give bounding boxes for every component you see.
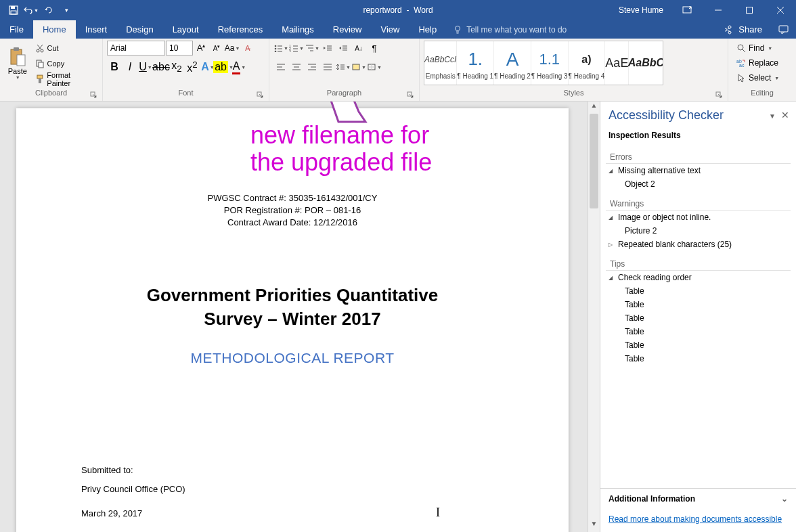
vertical-scrollbar[interactable]: ▲ ▼ — [588, 102, 600, 532]
clipboard-launcher[interactable] — [90, 91, 98, 99]
pane-help-link[interactable]: Read more about making documents accessi… — [600, 509, 796, 532]
minimize-button[interactable] — [703, 0, 734, 20]
error-object2[interactable]: Object 2 — [606, 177, 791, 191]
share-button[interactable]: Share — [715, 20, 772, 39]
font-launcher[interactable] — [257, 91, 265, 99]
align-right-button[interactable] — [305, 60, 319, 74]
qat-customize-button[interactable]: ▾ — [58, 2, 74, 18]
maximize-button[interactable] — [734, 0, 765, 20]
align-center-button[interactable] — [289, 60, 304, 74]
tip-table-1[interactable]: Table — [606, 284, 791, 298]
bold-button[interactable]: B — [107, 60, 122, 74]
tab-file[interactable]: File — [0, 20, 33, 39]
close-button[interactable] — [765, 0, 796, 20]
replace-button[interactable]: abac Replace — [732, 56, 783, 70]
format-painter-button[interactable]: Format Painter — [32, 72, 99, 87]
show-marks-button[interactable]: ¶ — [367, 41, 382, 56]
tab-view[interactable]: View — [371, 20, 409, 39]
tab-references[interactable]: References — [208, 20, 272, 39]
svg-rect-5 — [747, 7, 753, 14]
tip-table-3[interactable]: Table — [606, 311, 791, 325]
bullets-button[interactable]: ▼ — [273, 41, 288, 56]
borders-button[interactable]: ▼ — [367, 60, 382, 74]
pane-close-button[interactable]: ✕ — [781, 110, 789, 120]
grow-font-button[interactable]: A▴ — [194, 41, 208, 56]
scissors-icon — [35, 43, 45, 53]
multilevel-list-button[interactable]: ▼ — [305, 41, 319, 56]
tab-review[interactable]: Review — [324, 20, 372, 39]
inspection-results-header: Inspection Results — [600, 127, 796, 144]
svg-line-68 — [743, 49, 745, 52]
tip-table-4[interactable]: Table — [606, 325, 791, 338]
tip-table-5[interactable]: Table — [606, 338, 791, 352]
tab-mailings[interactable]: Mailings — [272, 20, 324, 39]
style-heading4[interactable]: a) ¶ Heading 4 — [569, 41, 606, 85]
tip-table-6[interactable]: Table — [606, 352, 791, 365]
line-spacing-button[interactable]: ▼ — [336, 60, 351, 74]
highlight-button[interactable]: ab▼ — [216, 60, 231, 74]
superscript-button[interactable]: x2 — [185, 60, 200, 74]
warning-not-inline[interactable]: Image or object not inline. — [606, 210, 791, 224]
subscript-button[interactable]: x2 — [169, 60, 184, 74]
styles-gallery[interactable]: AaBbCcI Emphasis 1. ¶ Heading 1 A ¶ Head… — [424, 41, 663, 85]
additional-information-toggle[interactable]: Additional Information ⌄ — [600, 489, 796, 509]
pane-menu-button[interactable]: ▼ — [769, 112, 776, 120]
tab-help[interactable]: Help — [409, 20, 446, 39]
change-case-button[interactable]: Aa▼ — [225, 41, 240, 56]
svg-rect-20 — [39, 62, 43, 68]
paragraph-launcher[interactable] — [407, 91, 415, 99]
italic-button[interactable]: I — [123, 60, 137, 74]
ribbon-tabs: File Home Insert Design Layout Reference… — [0, 20, 796, 39]
cut-button[interactable]: Cut — [32, 41, 99, 56]
comments-button[interactable] — [772, 20, 796, 39]
tip-reading-order[interactable]: Check reading order — [606, 271, 791, 284]
sort-button[interactable]: A↓ — [351, 41, 366, 56]
style-heading2[interactable]: A ¶ Heading 2 — [494, 41, 531, 85]
decrease-indent-button[interactable] — [320, 41, 335, 56]
font-size-select[interactable] — [166, 41, 193, 56]
font-name-select[interactable] — [107, 41, 165, 56]
warning-repeated-blank[interactable]: Repeated blank characters (25) — [606, 238, 791, 251]
error-missing-alt[interactable]: Missing alternative text — [606, 164, 791, 177]
underline-button[interactable]: U▼ — [138, 60, 153, 74]
align-left-button[interactable] — [273, 60, 288, 74]
shrink-font-button[interactable]: A▾ — [209, 41, 224, 56]
scroll-thumb[interactable] — [590, 114, 598, 208]
shading-button[interactable]: ▼ — [351, 60, 366, 74]
ribbon-display-options-button[interactable] — [671, 0, 703, 20]
justify-button[interactable] — [320, 60, 335, 74]
copy-button[interactable]: Copy — [32, 56, 99, 71]
tip-table-2[interactable]: Table — [606, 298, 791, 311]
style-more2[interactable]: AaBbCc — [629, 41, 663, 85]
save-button[interactable] — [5, 2, 22, 18]
style-more1[interactable]: AaE — [605, 41, 629, 85]
tell-me-search[interactable]: Tell me what you want to do — [446, 20, 573, 39]
page[interactable]: PWGSC Contract #: 35035-161432/001/CY PO… — [16, 108, 569, 532]
undo-button[interactable]: ▼ — [23, 2, 39, 18]
scroll-up[interactable]: ▲ — [588, 102, 600, 114]
style-emphasis[interactable]: AaBbCcI Emphasis — [424, 41, 457, 85]
font-color-button[interactable]: A▼ — [231, 60, 246, 74]
tab-design[interactable]: Design — [116, 20, 162, 39]
user-name[interactable]: Steve Hume — [619, 5, 663, 15]
redo-button[interactable] — [41, 2, 57, 18]
clear-formatting-button[interactable]: A̶ — [240, 41, 255, 56]
tips-header: Tips — [606, 255, 791, 271]
style-heading3[interactable]: 1.1 ¶ Heading 3 — [531, 41, 569, 85]
numbering-button[interactable]: 123▼ — [289, 41, 304, 56]
paste-button[interactable]: Paste ▼ — [4, 41, 31, 85]
find-button[interactable]: Find▼ — [732, 41, 783, 56]
tab-home[interactable]: Home — [33, 20, 76, 39]
pane-body[interactable]: Errors Missing alternative text Object 2… — [600, 144, 796, 488]
styles-launcher[interactable] — [715, 91, 724, 99]
tab-insert[interactable]: Insert — [76, 20, 117, 39]
increase-indent-button[interactable] — [336, 41, 351, 56]
strikethrough-button[interactable]: abc — [154, 60, 169, 74]
svg-point-29 — [275, 51, 277, 52]
select-button[interactable]: Select▼ — [732, 70, 783, 85]
scroll-down[interactable]: ▼ — [588, 520, 600, 532]
document-canvas[interactable]: PWGSC Contract #: 35035-161432/001/CY PO… — [0, 102, 588, 532]
warning-picture2[interactable]: Picture 2 — [606, 224, 791, 238]
tab-layout[interactable]: Layout — [163, 20, 208, 39]
style-heading1[interactable]: 1. ¶ Heading 1 — [457, 41, 494, 85]
